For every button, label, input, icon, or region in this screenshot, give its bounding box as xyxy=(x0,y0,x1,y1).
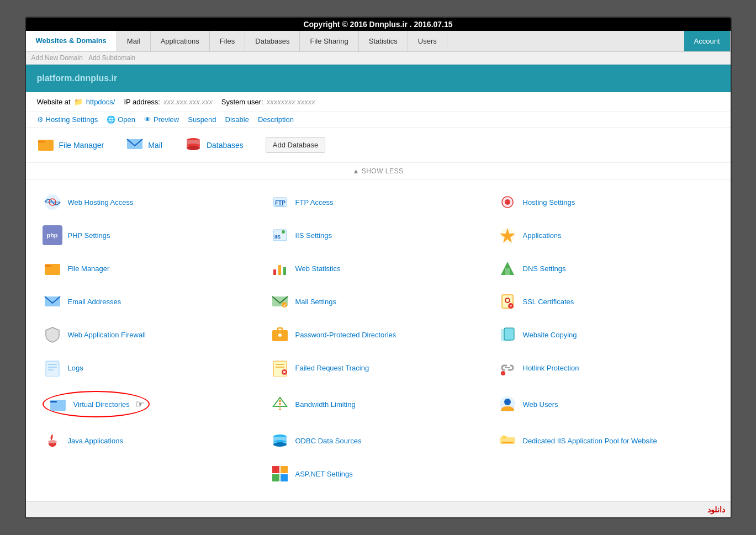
open-icon: 🌐 xyxy=(107,115,115,124)
tab-mail[interactable]: Mail xyxy=(117,31,151,51)
java-applications-label: Java Applications xyxy=(68,437,123,445)
show-less-label: ▲ SHOW LESS xyxy=(352,167,403,175)
hosting-settings-label: Hosting Settings xyxy=(46,115,98,124)
virtual-directories-label: Virtual Directories xyxy=(73,400,130,409)
tab-files[interactable]: Files xyxy=(210,31,245,51)
web-statistics-item[interactable]: Web Statistics xyxy=(265,252,492,285)
applications-feat-label: Applications xyxy=(523,231,562,240)
mail-settings-item[interactable]: ✓ Mail Settings xyxy=(265,285,492,318)
email-addresses-item[interactable]: Email Addresses xyxy=(37,285,265,318)
dedicated-iis-item[interactable]: Dedicated IIS Application Pool for Websi… xyxy=(492,424,720,457)
svg-rect-22 xyxy=(273,269,276,275)
httpdocs-link[interactable]: httpdocs/ xyxy=(86,98,115,106)
logs-item[interactable]: Logs xyxy=(37,351,265,384)
dedicated-iis-label: Dedicated IIS Application Pool for Websi… xyxy=(523,437,657,445)
disable-link[interactable]: Disable xyxy=(225,115,249,124)
hotlink-protection-icon xyxy=(498,358,517,378)
mail-settings-label: Mail Settings xyxy=(295,298,336,306)
cursor-icon: ☞ xyxy=(135,398,144,410)
hosting-settings-feat-item[interactable]: Hosting Settings xyxy=(492,186,720,219)
add-database-button[interactable]: Add Database xyxy=(266,137,325,153)
mail-quick-link[interactable]: Mail xyxy=(126,135,162,155)
action-links-bar: ⚙ Hosting Settings 🌐 Open 👁 Preview Susp… xyxy=(26,112,731,128)
tab-file-sharing[interactable]: File Sharing xyxy=(300,31,358,51)
bandwidth-limiting-item[interactable]: Bandwidth Limiting xyxy=(265,384,492,424)
hotlink-protection-item[interactable]: Hotlink Protection xyxy=(492,351,720,384)
iis-settings-icon: IIS xyxy=(270,225,290,245)
open-link[interactable]: 🌐 Open xyxy=(107,115,135,124)
ftp-access-icon: FTP xyxy=(270,192,290,212)
logs-label: Logs xyxy=(68,364,83,372)
svg-point-7 xyxy=(187,146,200,150)
iis-settings-label: IIS Settings xyxy=(295,231,332,240)
file-manager-feat-icon xyxy=(43,258,62,278)
java-applications-icon xyxy=(43,431,62,451)
mail-settings-icon: ✓ xyxy=(270,292,290,311)
web-users-item[interactable]: Web Users xyxy=(492,384,720,424)
web-application-firewall-item[interactable]: Web Application Firewall xyxy=(37,318,265,351)
web-application-firewall-label: Web Application Firewall xyxy=(68,331,146,339)
odbc-data-sources-label: ODBC Data Sources xyxy=(295,437,362,445)
tab-statistics[interactable]: Statistics xyxy=(359,31,408,51)
virtual-directories-highlight[interactable]: Virtual Directories ☞ xyxy=(43,391,150,417)
add-new-domain-link[interactable]: Add New Domain xyxy=(31,54,83,62)
password-protected-dirs-label: Password-Protected Directories xyxy=(295,331,396,339)
show-less-bar[interactable]: ▲ SHOW LESS xyxy=(26,163,731,180)
mail-quick-label: Mail xyxy=(148,141,162,150)
databases-quick-link[interactable]: Databases xyxy=(184,135,244,155)
description-label: Description xyxy=(258,115,294,124)
file-manager-quick-label: File Manager xyxy=(59,141,104,150)
php-settings-label: PHP Settings xyxy=(68,231,110,240)
ssl-certificates-item[interactable]: SSL Certificates xyxy=(492,285,720,318)
failed-request-tracing-item[interactable]: Failed Request Tracing xyxy=(265,351,492,384)
logs-icon xyxy=(43,358,62,378)
svg-rect-21 xyxy=(45,265,51,267)
databases-quick-label: Databases xyxy=(207,141,244,150)
disable-label: Disable xyxy=(225,115,249,124)
tab-applications[interactable]: Applications xyxy=(151,31,210,51)
suspend-link[interactable]: Suspend xyxy=(188,115,216,124)
preview-link[interactable]: 👁 Preview xyxy=(144,115,179,124)
svg-rect-68 xyxy=(281,466,288,473)
sys-user-value: xxxxxxxx xxxxx xyxy=(267,98,315,106)
asp-net-settings-item[interactable]: ASP.NET Settings xyxy=(265,457,492,490)
iis-settings-item[interactable]: IIS IIS Settings xyxy=(265,219,492,252)
add-subdomain-link[interactable]: Add Subdomain xyxy=(88,54,135,62)
file-manager-feat-item[interactable]: File Manager xyxy=(37,252,265,285)
dns-settings-item[interactable]: DNS Settings xyxy=(492,252,720,285)
website-copying-item[interactable]: Website Copying xyxy=(492,318,720,351)
email-addresses-label: Email Addresses xyxy=(68,298,121,306)
web-users-label: Web Users xyxy=(523,400,558,409)
description-link[interactable]: Description xyxy=(258,115,294,124)
dns-settings-label: DNS Settings xyxy=(523,264,566,273)
tab-websites-domains[interactable]: Websites & Domains xyxy=(26,31,117,51)
hosting-settings-feat-label: Hosting Settings xyxy=(523,198,575,206)
svg-point-17 xyxy=(282,230,285,234)
tab-databases[interactable]: Databases xyxy=(245,31,300,51)
suspend-label: Suspend xyxy=(188,115,216,124)
svg-rect-53 xyxy=(50,401,57,402)
website-copying-icon xyxy=(498,325,517,345)
virtual-directories-item[interactable]: Virtual Directories ☞ xyxy=(37,384,265,424)
svg-point-58 xyxy=(48,440,57,443)
hosting-settings-feat-icon xyxy=(498,192,517,212)
failed-request-tracing-icon xyxy=(270,358,290,378)
web-statistics-label: Web Statistics xyxy=(295,264,341,273)
ftp-access-item[interactable]: FTP FTP Access xyxy=(265,186,492,219)
web-users-icon xyxy=(498,394,517,414)
svg-point-15 xyxy=(505,199,510,205)
java-applications-item[interactable]: Java Applications xyxy=(37,424,265,457)
tab-account[interactable]: Account xyxy=(684,31,731,51)
php-settings-item[interactable]: php PHP Settings xyxy=(37,219,265,252)
web-hosting-access-item[interactable]: Web Hosting Access xyxy=(37,186,265,219)
svg-point-37 xyxy=(278,333,282,337)
hosting-settings-link[interactable]: ⚙ Hosting Settings xyxy=(37,115,98,124)
mail-quick-icon xyxy=(126,135,144,155)
password-protected-dirs-icon xyxy=(270,325,290,345)
tab-users[interactable]: Users xyxy=(408,31,447,51)
odbc-data-sources-item[interactable]: ODBC Data Sources xyxy=(265,424,492,457)
password-protected-dirs-item[interactable]: Password-Protected Directories xyxy=(265,318,492,351)
ssl-certificates-label: SSL Certificates xyxy=(523,298,574,306)
applications-feat-item[interactable]: Applications xyxy=(492,219,720,252)
file-manager-quick-link[interactable]: File Manager xyxy=(37,135,104,155)
